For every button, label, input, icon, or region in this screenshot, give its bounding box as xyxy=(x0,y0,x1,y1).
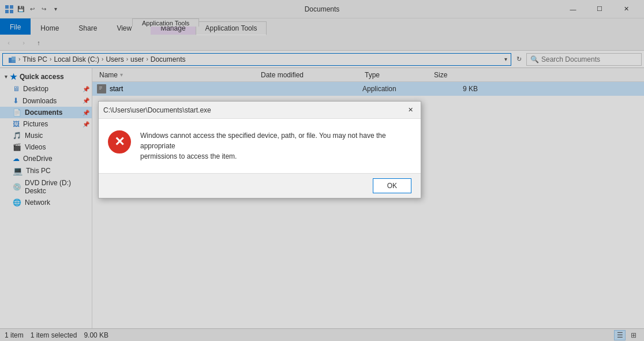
dialog-body: ✕ Windows cannot access the specified de… xyxy=(99,119,421,173)
error-icon: ✕ xyxy=(108,130,131,153)
dialog-close-button[interactable]: ✕ xyxy=(405,104,416,116)
dialog-footer: OK xyxy=(99,173,421,198)
dialog-title: C:\Users\user\Documents\start.exe xyxy=(103,106,405,114)
error-dialog: C:\Users\user\Documents\start.exe ✕ ✕ Wi… xyxy=(98,101,421,198)
dialog-titlebar: C:\Users\user\Documents\start.exe ✕ xyxy=(99,102,421,119)
dialog-overlay: C:\Users\user\Documents\start.exe ✕ ✕ Wi… xyxy=(0,0,644,341)
dialog-message: Windows cannot access the specified devi… xyxy=(140,130,411,162)
ok-button[interactable]: OK xyxy=(373,178,411,193)
